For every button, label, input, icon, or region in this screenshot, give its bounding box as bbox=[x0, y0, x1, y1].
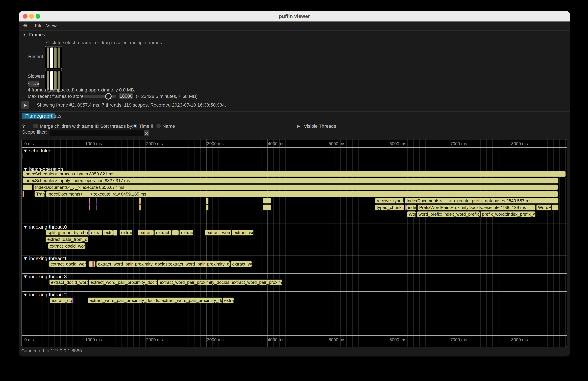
thread-header[interactable]: ▼ indexing-thread:0 bbox=[23, 224, 67, 230]
help-button[interactable]: ? bbox=[22, 124, 25, 129]
scope-bar[interactable]: extrac bbox=[119, 230, 132, 236]
scope-bar[interactable]: extract_word_pair_proximity_docids::extr… bbox=[96, 261, 230, 267]
clear-filter-button[interactable]: x bbox=[144, 130, 149, 136]
divider bbox=[29, 122, 29, 130]
scope-bar[interactable]: Trans bbox=[34, 191, 45, 197]
scope-bar[interactable]: prefix_word::index_prefix_wo bbox=[480, 211, 536, 217]
scope-bar[interactable]: IndexScheduler>::apply_index_operation 8… bbox=[22, 178, 559, 184]
thread-header[interactable]: ▼ indexing-thread:2 bbox=[23, 292, 67, 297]
scope-bar[interactable] bbox=[22, 153, 23, 159]
scope-bar[interactable] bbox=[139, 198, 141, 204]
scope-bar[interactable]: extract bbox=[89, 230, 102, 236]
scope-bar[interactable]: extract bbox=[179, 230, 193, 236]
scope-bar[interactable]: extract_word bbox=[205, 230, 231, 236]
slider-knob[interactable] bbox=[105, 93, 112, 100]
scope-bar[interactable] bbox=[552, 204, 559, 211]
scope-bar[interactable] bbox=[23, 184, 32, 190]
sort-threads-label: Sort threads by: bbox=[100, 124, 133, 129]
visible-threads-header[interactable]: ▶ Visible Threads bbox=[297, 124, 336, 129]
scope-bar[interactable]: extract_ bbox=[138, 230, 154, 236]
scope-bar[interactable]: extract_docid_word bbox=[49, 261, 86, 267]
frame-history-bar[interactable] bbox=[50, 47, 53, 68]
scope-bar[interactable]: extract::data_from_ob bbox=[45, 236, 88, 242]
scope-bar[interactable] bbox=[263, 198, 271, 204]
scope-bar[interactable]: extra bbox=[103, 230, 113, 236]
frames-header[interactable]: ▼ Frames bbox=[22, 32, 45, 37]
scope-bar[interactable]: extract_word_pair_proximity_docids::extr… bbox=[88, 297, 222, 303]
frames-stats: 4 frames (1 unpacked) using approximatel… bbox=[28, 87, 135, 93]
app-gear-icon[interactable]: ✳ bbox=[23, 21, 27, 30]
scope-bar[interactable]: extract_wo bbox=[231, 261, 252, 267]
menu-view[interactable]: View bbox=[46, 21, 57, 30]
recent-frames-thumbnail[interactable] bbox=[45, 46, 62, 69]
scope-bar[interactable] bbox=[113, 230, 117, 236]
scope-bar[interactable] bbox=[72, 297, 74, 303]
scope-bar[interactable]: extract_docid_word bbox=[49, 279, 88, 285]
scope-bar[interactable] bbox=[206, 198, 209, 204]
scope-bar[interactable]: IndexScheduler>::process_batch 8953.821 … bbox=[22, 171, 566, 177]
scope-bar[interactable]: IndexDocuments<_, _>::execute 8656.677 m… bbox=[33, 184, 558, 190]
merge-children-checkbox[interactable] bbox=[33, 124, 38, 128]
ruler-tick-label: 0 ms bbox=[24, 141, 34, 146]
scope-bar[interactable] bbox=[89, 204, 90, 211]
ruler-tick-label: 4000 ms bbox=[268, 337, 285, 342]
scope-bar[interactable] bbox=[206, 204, 209, 211]
scope-bar[interactable]: extract_word_pair_proximity_docids::extr… bbox=[158, 279, 282, 285]
scope-bar[interactable] bbox=[96, 204, 97, 211]
scope-bar[interactable]: extract_doc bbox=[50, 297, 72, 303]
frame-history-bar[interactable] bbox=[54, 47, 57, 68]
scope-filter-label: Scope filter: bbox=[22, 129, 47, 135]
scope-bar[interactable] bbox=[22, 191, 24, 197]
scope-bar[interactable]: split_grenad_by_chun bbox=[46, 230, 88, 236]
scope-bar[interactable] bbox=[89, 198, 90, 204]
frame-history-bar[interactable] bbox=[58, 47, 60, 68]
separator bbox=[19, 111, 570, 112]
ruler-tick-label: 1000 ms bbox=[85, 141, 102, 146]
app-window: puffin viewer ✳ File View ▼ Frames Click… bbox=[19, 11, 570, 357]
scope-bar[interactable] bbox=[405, 204, 406, 211]
sort-time-label: Time bbox=[139, 124, 149, 129]
sort-time-radio[interactable] bbox=[133, 124, 137, 128]
scope-bar[interactable]: extract_word_pair_proximity_docids bbox=[89, 279, 157, 285]
scope-bar[interactable]: typed_chunk::w bbox=[375, 204, 404, 211]
scope-bar[interactable]: extract_docid_word bbox=[48, 243, 85, 249]
section-separator bbox=[22, 147, 567, 148]
tab-stats[interactable]: Stats bbox=[47, 113, 64, 119]
scope-bar[interactable]: index bbox=[406, 204, 417, 211]
ruler-tick-label: 4000 ms bbox=[268, 141, 285, 146]
flamegraph-canvas[interactable]: 0 ms0 ms1000 ms1000 ms2000 ms2000 ms3000… bbox=[21, 139, 567, 347]
slowest-label: Slowest: bbox=[28, 74, 45, 79]
play-button[interactable]: ▶ bbox=[21, 101, 29, 109]
clear-button[interactable]: Clear bbox=[28, 81, 39, 87]
scope-bar[interactable]: PrefixWordPairsProximityDocids::execute … bbox=[417, 204, 536, 211]
scope-bar[interactable]: extrac bbox=[222, 297, 234, 303]
scope-bar[interactable] bbox=[88, 230, 89, 236]
thread-header[interactable]: ▼ scheduler bbox=[23, 148, 50, 154]
scope-bar[interactable]: extract_ bbox=[154, 230, 172, 236]
recent-label: Recent: bbox=[28, 54, 44, 59]
scope-bar[interactable] bbox=[139, 204, 141, 211]
thread-header[interactable]: ▼ indexing-thread:1 bbox=[23, 256, 67, 261]
thread-header[interactable]: ▼ indexing-thread:3 bbox=[23, 274, 67, 279]
separator bbox=[19, 122, 570, 122]
frames-collapse-icon: ▼ bbox=[22, 32, 26, 37]
scope-bar[interactable] bbox=[92, 261, 94, 267]
scope-bar[interactable]: word_prefix::index_word_prefix_ bbox=[417, 211, 480, 217]
scope-bar[interactable]: WordPr bbox=[536, 204, 552, 211]
section-separator bbox=[22, 255, 567, 255]
menu-file[interactable]: File bbox=[35, 21, 43, 30]
scope-bar[interactable] bbox=[96, 198, 97, 204]
scope-filter-input[interactable] bbox=[50, 130, 145, 136]
scope-bar[interactable]: receive_typed_ bbox=[375, 198, 404, 204]
frame-history-bar[interactable] bbox=[47, 47, 49, 68]
scope-bar[interactable]: Word bbox=[407, 211, 416, 217]
sort-direction-arrow-icon[interactable]: ⬇ bbox=[150, 124, 154, 129]
scope-bar[interactable]: IndexDocuments<_, _>::execute_prefix_dat… bbox=[405, 198, 559, 204]
sort-name-radio[interactable] bbox=[156, 124, 161, 128]
scope-bar[interactable] bbox=[172, 230, 179, 236]
scope-bar[interactable] bbox=[263, 204, 271, 211]
section-separator bbox=[22, 291, 567, 292]
max-frames-value[interactable]: 18000 bbox=[119, 93, 133, 99]
scope-bar[interactable]: IndexDocuments<_, _>::execute_raw 8459.1… bbox=[46, 191, 558, 197]
scope-bar[interactable]: extract_wo bbox=[231, 230, 254, 236]
